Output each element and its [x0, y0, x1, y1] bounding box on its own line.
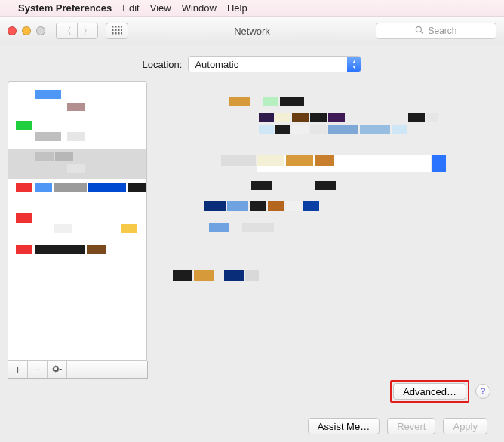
redacted-block [35, 132, 61, 141]
advanced-button[interactable]: Advanced… [393, 383, 466, 400]
revert-button[interactable]: Revert [387, 418, 435, 434]
redacted-block [55, 152, 73, 161]
advanced-button-highlight: Advanced… [390, 380, 469, 403]
back-button[interactable]: 〈 [56, 23, 77, 39]
redacted-block [121, 224, 137, 233]
redacted-block [35, 245, 85, 254]
detail-canvas [153, 81, 496, 406]
svg-rect-7 [121, 29, 122, 31]
redacted-block [259, 125, 274, 134]
redacted-block [328, 125, 358, 134]
redacted-block [286, 155, 313, 166]
redacted-block [426, 113, 438, 122]
redacted-block [67, 103, 85, 111]
minimize-window-button[interactable] [22, 26, 31, 35]
apply-button[interactable]: Apply [443, 418, 487, 434]
redacted-block [315, 155, 334, 166]
redacted-block [263, 97, 278, 106]
chevron-right-icon: 〉 [83, 25, 92, 38]
redacted-block [87, 245, 106, 254]
location-value: Automatic [195, 59, 238, 70]
sidebar-toolbar-spacer [67, 361, 147, 378]
show-all-button[interactable] [106, 23, 128, 39]
redacted-block [280, 97, 304, 106]
redacted-block [250, 201, 266, 211]
redacted-block [194, 270, 214, 281]
svg-rect-11 [121, 32, 122, 35]
redacted-block [229, 97, 250, 106]
svg-rect-0 [112, 26, 114, 28]
location-row: Location: Automatic ▲▼ [8, 56, 496, 72]
redacted-block [392, 125, 407, 134]
menu-edit[interactable]: Edit [122, 2, 139, 14]
redacted-block [251, 181, 272, 190]
service-actions-button[interactable] [48, 361, 67, 378]
redacted-block [128, 183, 146, 192]
preference-pane-content: Location: Automatic ▲▼ + − [0, 45, 504, 442]
menu-view[interactable]: View [150, 2, 171, 14]
menu-window[interactable]: Window [182, 2, 217, 14]
zoom-window-button[interactable] [36, 26, 45, 35]
redacted-block [16, 245, 32, 254]
grid-icon [112, 26, 122, 37]
redacted-block [54, 224, 72, 233]
footer-buttons: Assist Me… Revert Apply [8, 410, 496, 434]
redacted-block [268, 201, 284, 211]
svg-rect-10 [118, 32, 120, 35]
redacted-block [88, 183, 126, 192]
select-stepper-icon: ▲▼ [347, 57, 361, 72]
redacted-block [224, 270, 244, 281]
svg-rect-1 [115, 26, 117, 28]
traffic-lights [8, 26, 45, 35]
redacted-block [227, 201, 248, 211]
search-field[interactable]: Search [376, 23, 496, 39]
location-select[interactable]: Automatic ▲▼ [188, 56, 361, 72]
remove-service-button[interactable]: − [28, 361, 48, 378]
redacted-block [16, 213, 32, 223]
svg-rect-4 [112, 29, 114, 31]
chevron-left-icon: 〈 [63, 25, 72, 38]
forward-button[interactable]: 〉 [77, 23, 98, 39]
svg-rect-2 [118, 26, 120, 28]
help-button[interactable]: ? [475, 384, 490, 399]
system-menubar: System Preferences Edit View Window Help [0, 0, 504, 17]
redacted-block [242, 223, 274, 232]
redacted-block [245, 270, 259, 281]
network-detail-panel: Advanced… ? [153, 81, 496, 406]
redacted-block [310, 113, 327, 122]
window-toolbar: 〈 〉 Network Search [0, 17, 504, 45]
gear-icon [52, 364, 63, 376]
redacted-block [16, 121, 32, 130]
assist-me-button[interactable]: Assist Me… [308, 418, 380, 434]
redacted-block [35, 90, 61, 99]
redacted-block [292, 113, 309, 122]
redacted-block [54, 183, 87, 192]
redacted-block [360, 125, 390, 134]
add-service-button[interactable]: + [8, 361, 28, 378]
close-window-button[interactable] [8, 26, 17, 35]
redacted-block [275, 113, 290, 122]
redacted-block [221, 155, 256, 166]
sidebar-wrap: + − [8, 81, 147, 361]
location-label: Location: [143, 59, 183, 70]
redacted-block [328, 113, 345, 122]
svg-rect-6 [118, 29, 120, 31]
redacted-block [275, 125, 290, 134]
redacted-block [408, 113, 425, 122]
redacted-block [35, 183, 52, 192]
redacted-block [173, 270, 192, 281]
sidebar-canvas [8, 82, 146, 360]
redacted-block [209, 223, 229, 232]
network-services-list[interactable] [8, 81, 147, 361]
svg-rect-5 [115, 29, 117, 31]
panels: + − Advanced… ? [8, 81, 496, 406]
sidebar-toolbar: + − [8, 361, 148, 379]
svg-rect-9 [115, 32, 117, 35]
redacted-block [257, 155, 284, 166]
svg-rect-3 [121, 26, 122, 28]
redacted-block [303, 201, 319, 211]
app-name[interactable]: System Preferences [18, 2, 112, 14]
menu-help[interactable]: Help [227, 2, 247, 14]
redacted-block [67, 164, 85, 173]
redacted-block [16, 183, 32, 192]
